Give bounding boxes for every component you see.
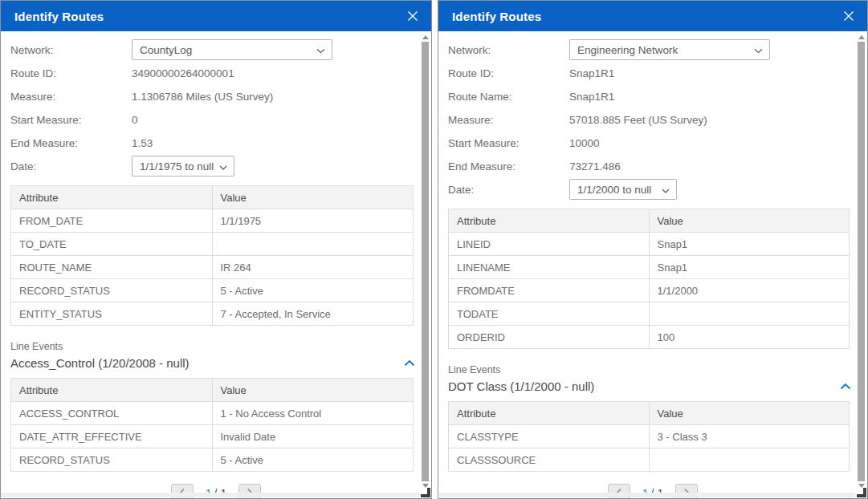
field-row-route-id: Route ID: 34900000264000001	[1, 62, 431, 84]
end-measure-label: End Measure:	[448, 160, 569, 172]
value-cell	[649, 448, 850, 472]
start-measure-value: 10000	[569, 137, 600, 149]
table-row: FROMDATE1/1/2000	[449, 279, 850, 302]
resize-grip[interactable]	[421, 488, 430, 497]
measure-label: Measure:	[10, 91, 132, 103]
window-titlebar: Identify Routes	[1, 1, 431, 31]
scrollbar-thumb[interactable]	[858, 42, 865, 481]
field-row-end-measure: End Measure: 73271.486	[438, 155, 867, 177]
vertical-scrollbar[interactable]	[420, 33, 430, 490]
chevron-up-icon[interactable]	[404, 359, 415, 367]
table-row: LINEIDSnap1	[449, 233, 850, 256]
table-row: LINENAMESnap1	[449, 256, 850, 279]
table-row: ROUTE_NAMEIR 264	[11, 256, 414, 279]
line-events-section-title: DOT Class (1/1/2000 - null)	[448, 379, 594, 393]
chevron-down-icon	[316, 44, 325, 56]
measure-value: 57018.885 Feet (US Survey)	[569, 114, 707, 126]
horizontal-scrollbar[interactable]	[439, 493, 855, 497]
network-select[interactable]: CountyLog	[132, 39, 332, 60]
route-name-value: Snap1R1	[569, 91, 614, 103]
attribute-cell: TO_DATE	[11, 233, 213, 256]
table-header-row: Attribute Value	[11, 379, 414, 402]
field-row-measure: Measure: 57018.885 Feet (US Survey)	[438, 108, 867, 131]
date-label: Date:	[448, 184, 569, 196]
route-id-label: Route ID:	[448, 67, 569, 79]
table-header-row: Attribute Value	[11, 186, 414, 209]
start-measure-label: Start Measure:	[10, 114, 132, 126]
value-column-header: Value	[649, 402, 850, 425]
chevron-down-icon	[219, 160, 227, 172]
value-cell: 1 - No Access Control	[212, 402, 414, 425]
end-measure-value: 1.53	[132, 137, 153, 149]
value-cell: Invalid Date	[212, 425, 414, 448]
line-events-section-header: DOT Class (1/1/2000 - null)	[448, 379, 851, 393]
scroll-up-icon[interactable]	[858, 35, 865, 39]
table-row: RECORD_STATUS5 - Active	[11, 279, 414, 302]
chevron-up-icon[interactable]	[840, 383, 851, 390]
window-content: Network: Engineering Network Route ID: S…	[438, 31, 867, 499]
network-label: Network:	[10, 44, 132, 56]
window-title: Identify Routes	[452, 10, 840, 23]
attribute-cell: ENTITY_STATUS	[11, 302, 213, 326]
attribute-cell: LINEID	[449, 233, 650, 256]
attribute-cell: FROMDATE	[449, 279, 650, 302]
field-row-date: Date: 1/1/1975 to null	[1, 155, 431, 177]
route-name-label: Route Name:	[448, 91, 569, 103]
table-row: FROM_DATE1/1/1975	[11, 209, 414, 233]
identify-routes-window-right: Identify Routes Network: Engineering Net…	[438, 0, 868, 499]
date-select-value: 1/1/1975 to null	[140, 160, 214, 172]
window-content: Network: CountyLog Route ID: 34900000264…	[1, 31, 431, 499]
identify-routes-window-left: Identify Routes Network: CountyLog Route…	[0, 0, 432, 499]
window-titlebar: Identify Routes	[438, 1, 867, 31]
field-row-start-measure: Start Measure: 10000	[438, 132, 867, 154]
horizontal-scrollbar[interactable]	[2, 493, 419, 497]
value-cell: IR 264	[212, 256, 414, 279]
field-row-route-id: Route ID: Snap1R1	[438, 62, 867, 84]
attribute-column-header: Attribute	[11, 186, 213, 209]
line-events-section-header: Access_Control (1/20/2008 - null)	[10, 356, 415, 370]
date-select[interactable]: 1/1/2000 to null	[569, 179, 677, 200]
resize-grip[interactable]	[857, 488, 866, 497]
table-header-row: Attribute Value	[449, 402, 850, 425]
field-row-end-measure: End Measure: 1.53	[1, 132, 431, 154]
close-icon[interactable]	[840, 7, 858, 25]
date-select[interactable]: 1/1/1975 to null	[132, 156, 234, 176]
line-events-attribute-table: Attribute Value CLASSTYPE3 - Class 3 CLA…	[448, 401, 850, 472]
table-row: ENTITY_STATUS7 - Accepted, In Service	[11, 302, 414, 326]
network-select[interactable]: Engineering Network	[569, 39, 770, 60]
attribute-cell: FROM_DATE	[11, 209, 213, 233]
chevron-down-icon	[754, 44, 763, 56]
start-measure-value: 0	[132, 114, 138, 126]
window-title: Identify Routes	[14, 10, 404, 23]
start-measure-label: Start Measure:	[448, 137, 569, 149]
field-row-start-measure: Start Measure: 0	[1, 108, 431, 131]
end-measure-label: End Measure:	[10, 137, 132, 149]
value-column-header: Value	[212, 379, 414, 402]
table-row: ACCESS_CONTROL1 - No Access Control	[11, 402, 414, 425]
value-cell: 5 - Active	[212, 279, 414, 302]
scrollbar-thumb[interactable]	[422, 42, 429, 481]
scroll-up-icon[interactable]	[422, 35, 429, 39]
network-select-value: CountyLog	[140, 44, 192, 56]
date-label: Date:	[10, 160, 132, 172]
table-row: TO_DATE	[11, 233, 414, 256]
value-cell: 3 - Class 3	[649, 425, 850, 448]
table-row: CLASSTYPE3 - Class 3	[449, 425, 850, 448]
line-events-label: Line Events	[448, 364, 867, 375]
route-id-value: Snap1R1	[569, 67, 614, 79]
measure-label: Measure:	[448, 114, 569, 126]
value-column-header: Value	[649, 209, 850, 233]
value-cell: 1/1/2000	[649, 279, 850, 302]
field-row-measure: Measure: 1.1306786 Miles (US Survey)	[1, 85, 431, 108]
line-events-section-title: Access_Control (1/20/2008 - null)	[10, 356, 189, 370]
end-measure-value: 73271.486	[569, 160, 621, 172]
table-row: RECORD_STATUS5 - Active	[11, 448, 414, 472]
vertical-scrollbar[interactable]	[856, 33, 866, 490]
close-icon[interactable]	[404, 7, 422, 25]
value-cell: 5 - Active	[212, 448, 414, 472]
attribute-cell: DATE_ATTR_EFFECTIVE	[11, 425, 213, 448]
value-cell: Snap1	[649, 233, 850, 256]
field-row-date: Date: 1/1/2000 to null	[438, 178, 867, 201]
attribute-cell: LINENAME	[449, 256, 650, 279]
attribute-cell: TODATE	[449, 302, 650, 326]
